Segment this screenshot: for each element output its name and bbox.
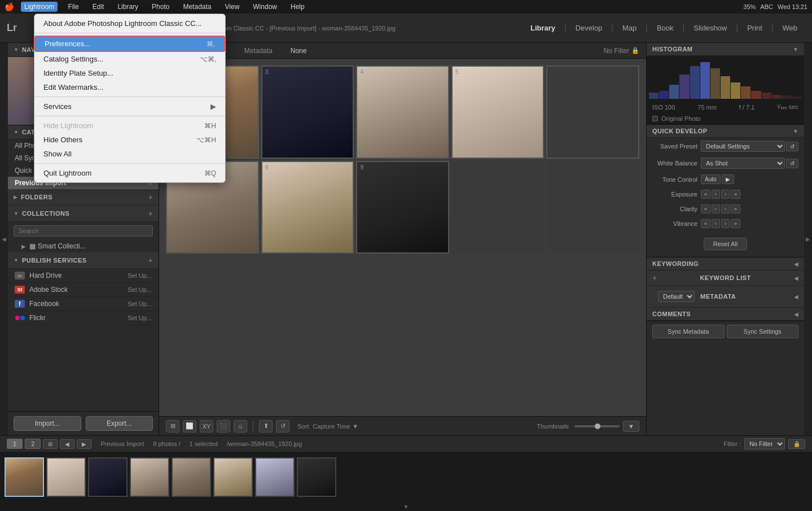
metadata-preset-select[interactable]: Default: [658, 291, 695, 302]
menu-file[interactable]: File: [64, 2, 82, 12]
menu-quit-lightroom[interactable]: Quit Lightroom ⌘Q: [34, 166, 225, 180]
filmstrip-photo-8[interactable]: [297, 457, 336, 497]
smart-collections-item[interactable]: ▶ ▦ Smart Collecti...: [8, 240, 159, 252]
adobe-stock-setup-btn[interactable]: Set Up...: [128, 286, 152, 293]
histogram-header[interactable]: Histogram ▼: [647, 43, 804, 56]
menu-help[interactable]: Help: [287, 2, 308, 12]
photo-cell-2[interactable]: 3: [261, 65, 354, 159]
hard-drive-setup-btn[interactable]: Set Up...: [128, 272, 152, 279]
flickr-setup-btn[interactable]: Set Up...: [128, 315, 152, 321]
filmstrip-filter-select[interactable]: No Filter: [744, 438, 785, 449]
collections-add-button[interactable]: +: [148, 209, 153, 218]
menu-catalog-settings[interactable]: Catalog Settings... ⌥⌘,: [34, 52, 225, 66]
collections-search-input[interactable]: [14, 225, 153, 237]
exposure-dec-large[interactable]: «: [701, 190, 710, 199]
photo-cell-empty1[interactable]: [546, 65, 639, 159]
photo-cell-3[interactable]: 4: [356, 65, 449, 159]
filmstrip-prev-btn[interactable]: ◀: [60, 439, 74, 449]
filmstrip-photo-5[interactable]: [172, 457, 211, 497]
photo-cell-4[interactable]: 5: [451, 65, 545, 159]
menu-photo[interactable]: Photo: [148, 2, 173, 12]
tab-develop[interactable]: Develop: [568, 20, 611, 36]
vibrance-inc[interactable]: ›: [721, 219, 730, 228]
menu-metadata[interactable]: Metadata: [179, 2, 214, 12]
rotate-btn[interactable]: ↺: [276, 420, 289, 433]
publish-adobe-stock[interactable]: St Adobe Stock Set Up...: [8, 283, 159, 297]
export-button[interactable]: Export...: [86, 416, 153, 431]
folders-add-button[interactable]: +: [148, 193, 153, 202]
menu-show-all[interactable]: Show All: [34, 147, 225, 161]
menu-hide-others[interactable]: Hide Others ⌥⌘H: [34, 133, 225, 147]
filmstrip-next-btn[interactable]: ▶: [77, 439, 91, 449]
photo-cell-6[interactable]: 8: [261, 161, 354, 254]
clarity-dec-large[interactable]: «: [701, 204, 710, 213]
grid-view-btn[interactable]: ⊞: [166, 420, 179, 433]
thumbnail-expand-btn[interactable]: ▼: [623, 421, 639, 432]
tab-library[interactable]: Library: [523, 20, 563, 36]
white-balance-reset-btn[interactable]: ↺: [786, 159, 798, 168]
menu-library[interactable]: Library: [114, 2, 142, 12]
comments-header[interactable]: Comments ◀: [647, 308, 804, 321]
clarity-inc[interactable]: ›: [721, 204, 730, 213]
vibrance-dec[interactable]: ‹: [712, 219, 720, 228]
publish-services-add-button[interactable]: +: [148, 256, 153, 265]
menu-services[interactable]: Services: [34, 99, 225, 113]
tone-reset-btn[interactable]: ▶: [722, 174, 734, 184]
quick-develop-header[interactable]: Quick Develop ▼: [647, 125, 804, 138]
facebook-setup-btn[interactable]: Set Up...: [128, 300, 152, 307]
filmstrip-grid-view-btn[interactable]: ⊞: [43, 439, 58, 449]
publish-hard-drive[interactable]: ▭ Hard Drive Set Up...: [8, 269, 159, 283]
import-button[interactable]: Import...: [14, 416, 81, 431]
saved-preset-select[interactable]: Default Settings: [701, 141, 785, 152]
tone-auto-btn[interactable]: Auto: [701, 174, 721, 184]
thumbnail-size-slider[interactable]: [574, 425, 620, 427]
filter-none-tab[interactable]: None: [286, 45, 311, 56]
reset-all-button[interactable]: Reset All: [704, 238, 747, 250]
folders-header[interactable]: ▶ Folders +: [8, 189, 159, 206]
menu-lightroom[interactable]: Lightroom: [21, 2, 58, 12]
tab-book[interactable]: Book: [649, 20, 682, 36]
loupe-view-btn[interactable]: ⬜: [183, 420, 196, 433]
menu-edit-watermarks[interactable]: Edit Watermarks...: [34, 80, 225, 94]
sync-metadata-button[interactable]: Sync Metadata: [652, 325, 725, 338]
exposure-inc-large[interactable]: »: [731, 190, 740, 199]
filmstrip-tab-1[interactable]: 1: [7, 439, 23, 449]
menu-identity-plate[interactable]: Identity Plate Setup...: [34, 66, 225, 80]
keyword-list-header[interactable]: + Keyword List ◀: [647, 270, 804, 286]
publish-flickr[interactable]: Flickr Set Up...: [8, 311, 159, 325]
filmstrip-photo-2[interactable]: [46, 457, 86, 497]
saved-preset-reset-btn[interactable]: ↺: [786, 142, 798, 151]
publish-facebook[interactable]: f Facebook Set Up...: [8, 297, 159, 311]
original-photo-checkbox[interactable]: [652, 116, 658, 121]
filmstrip-filter-lock[interactable]: 🔒: [788, 439, 805, 449]
compare-view-btn[interactable]: XY: [200, 420, 213, 433]
apple-menu[interactable]: 🍎: [5, 2, 14, 11]
publish-services-header[interactable]: ▼ Publish Services +: [8, 252, 159, 269]
filmstrip-tab-2[interactable]: 2: [25, 439, 41, 449]
tab-map[interactable]: Map: [615, 20, 644, 36]
menu-hide-lightroom[interactable]: Hide Lightroom ⌘H: [34, 119, 225, 133]
menu-window[interactable]: Window: [249, 2, 280, 12]
tab-slideshow[interactable]: Slideshow: [686, 20, 735, 36]
sync-settings-button[interactable]: Sync Settings: [727, 325, 799, 338]
photo-cell-empty3[interactable]: [546, 161, 639, 254]
exposure-dec[interactable]: ‹: [712, 190, 720, 199]
keyword-list-plus[interactable]: +: [652, 273, 657, 282]
filmstrip-photo-1[interactable]: [5, 457, 44, 497]
metadata-header[interactable]: Default Metadata ◀: [647, 286, 804, 308]
tab-web[interactable]: Web: [775, 20, 806, 36]
menu-preferences[interactable]: Preferences... ⌘,: [34, 36, 225, 52]
sort-arrow-icon[interactable]: ▼: [352, 423, 358, 430]
keywording-header[interactable]: Keywording ◀: [647, 257, 804, 270]
filter-lock-icon[interactable]: 🔒: [631, 47, 639, 54]
filmstrip-photo-7[interactable]: [255, 457, 295, 497]
filmstrip-photo-4[interactable]: [130, 457, 169, 497]
filmstrip-photo-3[interactable]: [88, 457, 128, 497]
filmstrip-expand-btn[interactable]: ▼: [403, 504, 409, 510]
sort-value[interactable]: Capture Time: [313, 423, 350, 430]
menu-edit[interactable]: Edit: [89, 2, 108, 12]
exposure-inc[interactable]: ›: [721, 190, 730, 199]
clarity-inc-large[interactable]: »: [731, 204, 740, 213]
collections-header[interactable]: ▼ Collections +: [8, 206, 159, 222]
vibrance-inc-large[interactable]: »: [731, 219, 740, 228]
